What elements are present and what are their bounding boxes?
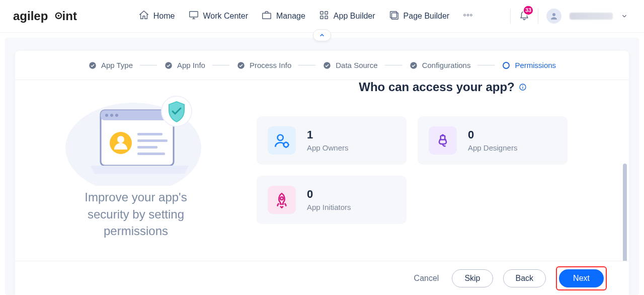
check-circle-icon [409,61,418,70]
wizard-footer: Cancel Skip Back Next [15,261,629,295]
check-circle-icon [323,61,332,70]
step-app-type-label: App Type [101,61,133,69]
nav-work-center[interactable]: Work Center [188,10,249,23]
card-app-initiators[interactable]: 0 App Initiators [257,176,407,224]
svg-rect-30 [137,133,163,135]
step-data-source[interactable]: Data Source [323,61,377,70]
home-icon [138,10,149,23]
check-circle-icon [236,61,246,70]
svg-point-12 [464,14,466,16]
collapse-header-toggle[interactable] [313,29,331,41]
apps-icon [318,10,330,23]
nav-app-builder[interactable]: App Builder [318,10,375,23]
svg-point-15 [552,13,555,16]
svg-point-37 [522,85,523,86]
step-permissions[interactable]: Permissions [502,61,556,70]
more-icon [462,10,473,23]
primary-nav: Home Work Center Manage App Builder Page… [138,10,473,23]
tagline: Improve your app's security by setting p… [85,189,187,240]
skip-button[interactable]: Skip [452,269,493,287]
tagline-line2: security by setting [88,207,184,221]
step-connector [212,65,229,65]
tagline-line1: Improve your app's [85,190,187,204]
next-button[interactable]: Next [559,269,604,287]
nav-more[interactable] [462,10,473,23]
svg-rect-4 [189,12,198,17]
nav-home[interactable]: Home [138,10,175,23]
info-icon[interactable] [519,83,527,91]
svg-point-38 [278,135,283,140]
navbar-right: 33 [510,9,628,24]
svg-text:agilep: agilep [13,9,48,23]
step-connector [477,65,495,65]
owners-label: App Owners [307,143,349,152]
svg-rect-32 [137,146,157,149]
tagline-line3: permissions [104,224,168,238]
step-data-source-label: Data Source [336,61,377,69]
user-avatar[interactable] [546,9,561,24]
svg-rect-8 [320,16,324,19]
brand-logo[interactable]: agilepint [13,8,102,24]
owners-count: 1 [307,129,349,140]
svg-point-21 [503,62,509,68]
step-connector [298,65,315,65]
briefcase-icon [261,10,272,23]
initiators-label: App Initiators [307,203,351,211]
step-configurations[interactable]: Configurations [409,61,471,70]
check-circle-icon [164,61,173,70]
step-connector [385,65,402,65]
svg-point-27 [115,114,118,117]
svg-point-19 [324,62,331,69]
notification-count: 33 [523,5,534,16]
designers-label: App Designers [468,143,517,152]
divider [538,9,538,24]
svg-point-25 [105,114,108,117]
wizard-stepper: App Type App Info Process Info Data Sour… [15,51,629,80]
nav-app-builder-label: App Builder [334,12,375,21]
svg-point-20 [410,62,417,69]
initiators-icon [268,186,296,214]
svg-point-14 [470,14,472,16]
svg-rect-11 [391,13,398,19]
svg-point-40 [442,135,444,136]
step-process-info[interactable]: Process Info [236,61,291,70]
permission-cards: 1 App Owners 0 App Designers [257,116,629,224]
svg-text:int: int [62,9,77,23]
check-circle-icon [88,61,97,70]
chevron-down-icon[interactable] [621,13,628,20]
step-permissions-label: Permissions [515,61,556,69]
svg-point-18 [237,62,245,69]
svg-rect-9 [325,16,328,19]
svg-point-26 [110,114,113,117]
nav-work-center-label: Work Center [203,12,249,21]
cancel-button[interactable]: Cancel [411,273,442,283]
nav-page-builder-label: Page Builder [404,12,450,21]
svg-rect-5 [263,13,271,19]
owners-icon [268,126,296,155]
svg-point-29 [117,136,124,143]
step-process-info-label: Process Info [250,61,291,69]
svg-point-13 [467,14,469,16]
svg-rect-10 [390,12,396,18]
designers-count: 0 [468,129,517,140]
step-app-type[interactable]: App Type [88,61,133,70]
nav-page-builder[interactable]: Page Builder [388,10,450,23]
svg-rect-31 [137,139,168,142]
step-app-info[interactable]: App Info [164,61,205,70]
wizard-panel: App Type App Info Process Info Data Sour… [15,51,629,295]
divider [510,9,511,24]
back-button[interactable]: Back [503,269,546,287]
workspace: App Type App Info Process Info Data Sour… [5,38,639,295]
card-app-designers[interactable]: 0 App Designers [418,116,568,165]
designers-icon [429,126,457,155]
card-app-owners[interactable]: 1 App Owners [257,116,407,165]
security-illustration [58,80,214,186]
step-connector [140,65,157,65]
user-name-redacted [570,13,613,20]
svg-point-16 [89,62,96,69]
notifications[interactable]: 33 [519,9,530,23]
svg-point-17 [165,62,172,69]
step-app-info-label: App Info [177,61,205,69]
nav-manage[interactable]: Manage [261,10,305,23]
nav-home-label: Home [153,12,175,21]
